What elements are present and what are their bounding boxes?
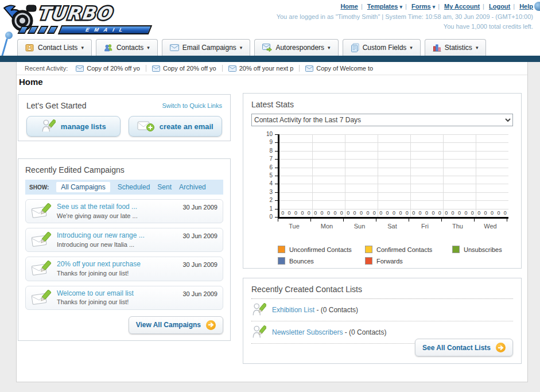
legend-item: Unconfirmed Contacts <box>278 246 365 253</box>
campaign-title-link[interactable]: 20% off your next purchase <box>57 259 177 269</box>
navy-divider-bar <box>0 56 540 62</box>
envelope-icon <box>152 65 160 72</box>
nav-link-forms[interactable]: Forms <box>411 3 431 10</box>
campaign-title-link[interactable]: See us at the retail food ... <box>57 202 177 212</box>
tab-email-campaigns[interactable]: Email Campaigns ▾ <box>162 39 251 56</box>
legend-swatch-forwards <box>365 257 372 265</box>
tab-label: Contacts <box>116 44 143 52</box>
latest-stats-title: Latest Stats <box>251 100 513 109</box>
legend-item: Bounces <box>278 257 365 265</box>
manage-lists-button[interactable]: manage lists <box>26 116 121 137</box>
turbo-email-logo[interactable]: TURBO EMAIL <box>3 1 158 38</box>
tab-label: Email Campaigns <box>182 44 236 52</box>
filter-sent[interactable]: Sent <box>157 183 172 191</box>
contacts-icon <box>104 43 113 52</box>
nav-link-my-account[interactable]: My Account <box>444 3 480 10</box>
contact-list-link[interactable]: Exhibition List <box>272 306 314 314</box>
envelope-plus-icon <box>137 120 154 133</box>
campaign-row[interactable]: Introducing our new range ... Introducin… <box>25 228 223 252</box>
campaigns-title: Recently Edited Campaigns <box>25 165 223 174</box>
legend-item: Confirmed Contacts <box>365 246 452 253</box>
legend-item: Unsubscribes <box>452 246 513 253</box>
envelope-pencil-icon <box>31 290 52 306</box>
contact-lists-title: Recently Created Contact Lists <box>251 285 513 299</box>
campaign-subtitle: We're giving away our late ... <box>57 212 177 220</box>
recent-activity-bar: Recent Activity: Copy of 20% off yo Copy… <box>17 62 527 75</box>
campaign-date: 30 Jun 2009 <box>182 290 217 297</box>
campaign-subtitle: Introducing our new Italia ... <box>57 240 177 249</box>
nav-link-templates[interactable]: Templates <box>367 3 398 10</box>
logo-email-bar: EMAIL <box>20 25 150 34</box>
main-content: Recent Activity: Copy of 20% off yo Copy… <box>16 62 528 382</box>
chevron-down-icon: ▾ <box>240 45 243 51</box>
filter-all-campaigns[interactable]: All Campaigns <box>56 182 110 192</box>
filter-scheduled[interactable]: Scheduled <box>118 183 150 191</box>
tab-label: Autoresponders <box>275 44 324 52</box>
campaign-date: 30 Jun 2009 <box>182 232 217 239</box>
recent-activity-item[interactable]: Copy of 20% off yo <box>76 65 146 72</box>
envelope-icon <box>170 44 179 51</box>
tab-custom-fields[interactable]: Custom Fields ▾ <box>343 39 421 56</box>
stats-period-select[interactable]: Contact Activity for the Last 7 Days <box>251 114 513 126</box>
recent-activity-item[interactable]: Copy of Welcome to <box>305 65 379 72</box>
create-email-button[interactable]: create an email <box>129 116 223 137</box>
chevron-down-icon: ▾ <box>328 45 331 51</box>
show-label: SHOW: <box>29 184 49 191</box>
contact-list-row[interactable]: Exhibition List - (0 Contacts) <box>251 299 513 321</box>
envelope-icon <box>228 65 236 72</box>
contact-list-link[interactable]: Newsletter Subscribers <box>272 328 343 336</box>
header-nav: Home| Templates ▾| Forms ▾| My Account| … <box>277 3 533 10</box>
campaign-subtitle: Thanks for joining our list! <box>57 298 177 306</box>
campaign-title-link[interactable]: Introducing our new range ... <box>57 231 177 240</box>
chevron-down-icon: ▾ <box>476 45 479 51</box>
chevron-down-icon: ▾ <box>410 45 413 51</box>
switch-quick-links-link[interactable]: Switch to Quick Links <box>162 102 222 109</box>
callout-pin-right <box>534 2 540 11</box>
page-title: Home <box>19 77 43 87</box>
get-started-title: Let's Get Started <box>26 101 87 110</box>
view-all-campaigns-button[interactable]: View All Campaigns <box>129 316 223 334</box>
recent-activity-item[interactable]: Copy of 20% off yo <box>152 65 223 72</box>
contact-activity-chart: 00000000000000000000000000000000000 0123… <box>251 129 513 244</box>
create-email-label: create an email <box>160 122 213 131</box>
custom-fields-icon <box>351 43 359 52</box>
nav-link-logout[interactable]: Logout <box>489 3 510 10</box>
see-all-contact-lists-button[interactable]: See All Contact Lists <box>415 339 513 356</box>
campaign-row[interactable]: 20% off your next purchase Thanks for jo… <box>25 257 223 281</box>
filter-archived[interactable]: Archived <box>179 183 206 191</box>
tab-label: Custom Fields <box>363 44 407 52</box>
bar-chart-icon <box>433 44 441 52</box>
arrow-right-icon <box>206 320 216 330</box>
campaign-date: 30 Jun 2009 <box>182 204 217 211</box>
recent-activity-item[interactable]: 20% off your next p <box>228 65 300 72</box>
campaign-date: 30 Jun 2009 <box>182 261 217 268</box>
login-line1: You are logged in as "Timothy Smith" | S… <box>277 12 533 22</box>
campaign-row[interactable]: See us at the retail food ... We're givi… <box>25 199 223 223</box>
tab-contact-lists[interactable]: Contact Lists ▾ <box>17 39 92 56</box>
legend-item: Forwards <box>365 257 452 265</box>
person-pencil-icon <box>251 325 266 340</box>
chevron-down-icon: ▾ <box>81 45 84 51</box>
nav-link-help[interactable]: Help <box>519 3 533 10</box>
campaign-subtitle: Thanks for joining our list! <box>57 269 177 278</box>
main-nav-tabs: Contact Lists ▾ Contacts ▾ Email Campaig… <box>17 39 490 56</box>
legend-swatch-unconfirmed <box>278 246 285 253</box>
contact-lists-icon <box>25 43 34 52</box>
latest-stats-panel: Latest Stats Contact Activity for the La… <box>243 93 522 269</box>
login-info: You are logged in as "Timothy Smith" | S… <box>277 12 533 31</box>
chart-plot-area: 00000000000000000000000000000000000 <box>278 134 508 219</box>
tab-statistics[interactable]: Statistics ▾ <box>425 39 487 56</box>
tab-autoresponders[interactable]: Autoresponders ▾ <box>254 39 338 56</box>
tab-label: Contact Lists <box>38 44 77 52</box>
envelope-arrow-icon <box>262 44 272 52</box>
chevron-down-icon: ▾ <box>147 45 150 51</box>
tab-contacts[interactable]: Contacts ▾ <box>96 39 158 56</box>
campaign-row[interactable]: Welcome to our email list Thanks for joi… <box>25 286 223 310</box>
legend-swatch-unsubscribes <box>452 246 460 253</box>
recent-activity-label: Recent Activity: <box>25 65 68 72</box>
campaign-title-link[interactable]: Welcome to our email list <box>57 289 177 298</box>
envelope-icon <box>76 65 84 72</box>
nav-link-home[interactable]: Home <box>340 3 358 10</box>
envelope-pencil-icon <box>31 203 52 219</box>
chart-legend: Unconfirmed Contacts Confirmed Contacts … <box>278 246 513 265</box>
